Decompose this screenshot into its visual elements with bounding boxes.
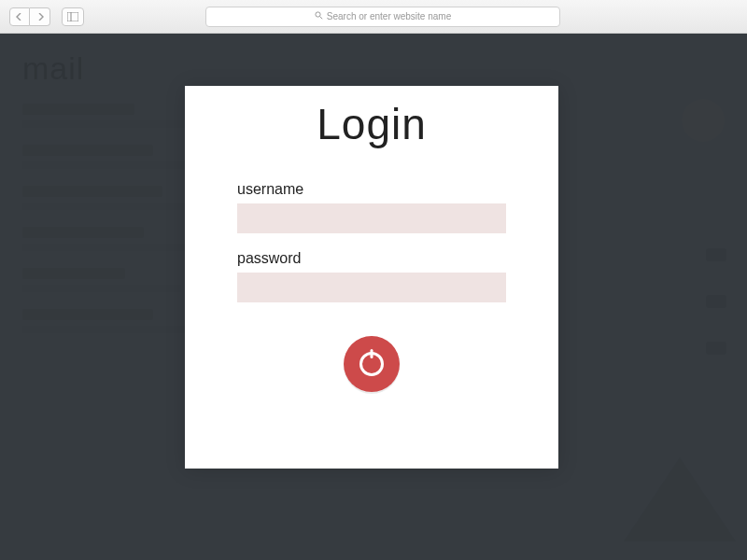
login-title: Login	[317, 99, 427, 149]
browser-toolbar: Search or enter website name	[0, 0, 747, 34]
username-input[interactable]	[237, 203, 506, 233]
svg-point-2	[316, 12, 320, 17]
login-modal: Login username password	[185, 86, 558, 469]
nav-buttons	[9, 7, 50, 26]
search-icon	[315, 11, 323, 21]
password-field: password	[237, 250, 506, 302]
url-placeholder: Search or enter website name	[327, 11, 451, 21]
power-icon	[359, 352, 384, 376]
password-input[interactable]	[237, 273, 506, 302]
username-field: username	[237, 181, 506, 233]
forward-button[interactable]	[30, 7, 50, 26]
svg-rect-0	[67, 12, 78, 21]
password-label: password	[237, 250, 506, 267]
username-label: username	[237, 181, 506, 198]
login-submit-button[interactable]	[344, 336, 400, 392]
sidebar-toggle-button[interactable]	[62, 7, 84, 26]
page-viewport: mail Login username password	[0, 34, 747, 560]
url-bar[interactable]: Search or enter website name	[205, 7, 560, 27]
svg-line-3	[319, 17, 322, 20]
back-button[interactable]	[9, 7, 30, 26]
